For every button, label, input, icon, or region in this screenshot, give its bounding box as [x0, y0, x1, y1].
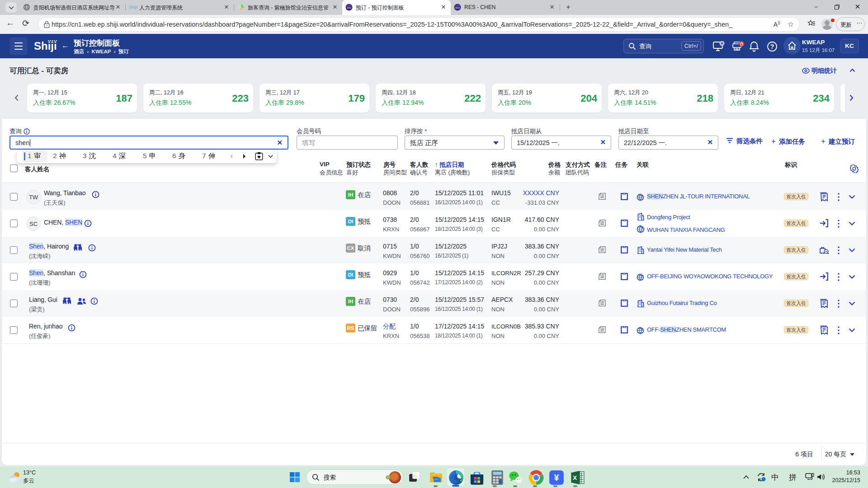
svg-text:?: ? — [770, 43, 774, 50]
svg-text:X: X — [573, 474, 577, 481]
svg-text:SHIJI: SHIJI — [455, 7, 460, 9]
svg-text:¥: ¥ — [554, 473, 559, 483]
svg-text:SHIJI: SHIJI — [347, 7, 351, 9]
